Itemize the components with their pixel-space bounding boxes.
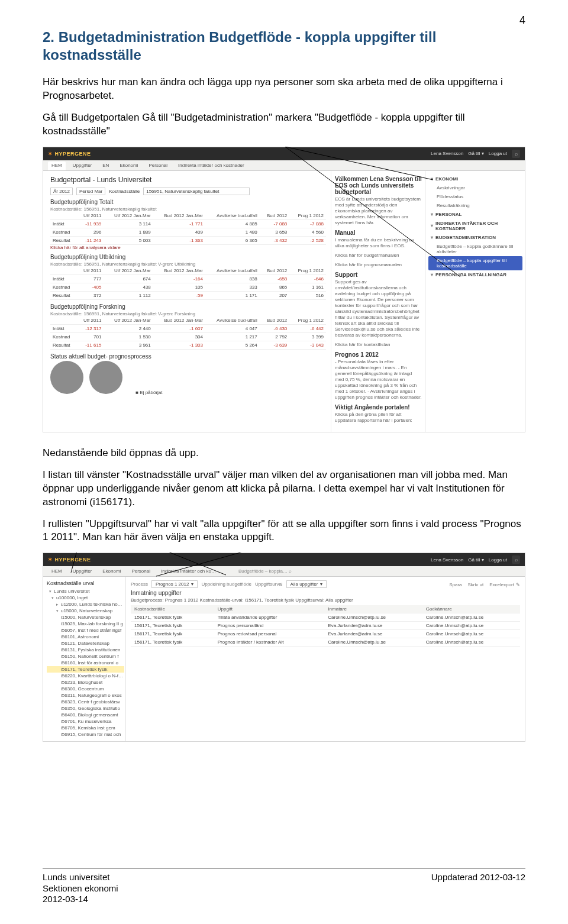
sel-uppdelning-label: Uppdelning budgetflöde	[201, 581, 251, 587]
tab-3[interactable]: Personal	[128, 567, 154, 576]
tree-node[interactable]: i56220, Kvartärbiologi o N-forg	[47, 673, 124, 679]
tree-node[interactable]: ▾ u15000, Naturvetenskap	[47, 608, 124, 614]
manual-link-1[interactable]: Klicka här för budgetmanualen	[335, 253, 422, 259]
nav-item[interactable]: Avskrivningar	[428, 183, 522, 192]
tab-en[interactable]: EN	[99, 161, 112, 170]
expand-icon[interactable]: ▾	[56, 609, 60, 613]
screenshot-1: HYPERGENE Lena Svensson Gå till ▾ Logga …	[43, 147, 525, 432]
tree-node[interactable]: i56915, Centrum för mat och	[47, 731, 124, 738]
support-link[interactable]: Klicka här för kontaktlistan	[335, 342, 422, 348]
chevron-down-icon: ▾	[431, 223, 433, 228]
nav-item[interactable]: ▾INDIREKTA INTÄKTER OCH KOSTNADER	[428, 219, 522, 233]
table-row[interactable]: 156171, Teoretisk fysikPrognos personall…	[131, 622, 520, 630]
tab-2[interactable]: Ekonomi	[99, 567, 124, 576]
para-intro-2: Gå till Budgetportalen Gå till "Budgetad…	[43, 111, 525, 138]
tree-node[interactable]: i56233, Biologhuset	[47, 679, 124, 686]
tree-node[interactable]: i56121, Datavetenskap	[47, 640, 124, 647]
tab-4[interactable]: Indirekta intäkter och ko…	[157, 567, 220, 576]
sel-period[interactable]: Period Mar	[76, 188, 105, 195]
tree-node[interactable]: i56131, Fysiska institutionen	[47, 647, 124, 653]
nav-item[interactable]: Budgetflöde – koppla godkännare till akt…	[428, 242, 522, 256]
tree-node[interactable]: i56400, Biologi gemensamt	[47, 712, 124, 718]
kostnadsstalle-tree[interactable]: Kostnadsställe urval ▾ Lunds universitet…	[43, 577, 126, 741]
link-analyse[interactable]: Klicka här för att analysera vidare	[50, 245, 326, 250]
chevron-down-icon: ▾	[431, 272, 433, 277]
table-row[interactable]: 156171, Teoretisk fysikPrognos redovisad…	[131, 630, 520, 638]
tree-node[interactable]: i56701, Ku museiverksa	[47, 718, 124, 725]
block2-sub: Kostnadsställe: 156951, Naturvetenskapli…	[50, 261, 326, 267]
nav-item[interactable]: Flödesstatus	[428, 192, 522, 201]
sel-kst-label: Kostnadsställe	[109, 189, 140, 194]
nav-item[interactable]: Budgetflöde – koppla uppgifter till kost…	[428, 256, 522, 270]
table-row[interactable]: 156171, Teoretisk fysikTilläta användand…	[131, 613, 520, 622]
tab-1[interactable]: Uppgifter	[69, 567, 95, 576]
expand-icon[interactable]: ▸	[56, 602, 60, 606]
tree-node[interactable]: i56323, Centr f geobiosfärsv	[47, 699, 124, 705]
manual-text: I manualerna får du en beskrivning av vi…	[335, 237, 422, 249]
tree-node[interactable]: i56150, Nationellt centrum f	[47, 653, 124, 660]
nav-item[interactable]: Resultaträkning	[428, 201, 522, 210]
tree-node[interactable]: ▾ u100000, Inget	[47, 595, 124, 601]
block3-title: Budgetuppföljning Forskning	[50, 303, 326, 310]
status-title: Status aktuell budget- prognosprocess	[50, 353, 326, 360]
tree-node[interactable]: i15000, Naturvetenskap	[47, 614, 124, 621]
page-footer: Lunds universitet Sektionen ekonomi 2012…	[43, 868, 525, 905]
tab-uppgifter[interactable]: Uppgifter	[69, 161, 95, 170]
tree-node[interactable]: i56171, Teoretisk fysik	[47, 666, 124, 673]
brand-logo: HYPERGENE	[48, 151, 91, 157]
footer-updated: Uppdaterad 2012-03-12	[431, 872, 525, 905]
status-legend: ■ Ej påbörjat	[135, 390, 162, 395]
sel-process[interactable]: Prognos 1 2012▾	[151, 580, 198, 588]
sel-kst[interactable]: 156951, Naturvetenskaplig fakultet	[143, 188, 250, 195]
important-text: Klicka på den gröna pilen för att uppdat…	[335, 412, 422, 424]
tree-node[interactable]: i56101, Astronomi	[47, 634, 124, 640]
nav-item[interactable]: ▾PERSONAL	[428, 210, 522, 219]
search-icon[interactable]: ⌕	[512, 555, 520, 564]
topbar-goto[interactable]: Gå till ▾	[468, 151, 484, 156]
tree-node[interactable]: i15025, Max-lab forskning II g	[47, 621, 124, 627]
welcome-title: Välkommen Lena Svensson till EOS och Lun…	[335, 176, 422, 195]
tree-node[interactable]: i56300, Geocentrum	[47, 686, 124, 692]
print-button[interactable]: Skriv ut	[468, 582, 484, 587]
nav-item[interactable]: ▾BUDGETADMINISTRATION	[428, 233, 522, 242]
expand-icon[interactable]: ▾	[51, 596, 55, 600]
nav-item[interactable]: ▾PERSONLIGA INSTÄLLNINGAR	[428, 270, 522, 279]
search-icon[interactable]: ⌕	[512, 150, 520, 158]
tree-node[interactable]: i56160, Inst för astronomi o	[47, 660, 124, 666]
tree-node[interactable]: i56705, Kemiska inst gem	[47, 725, 124, 731]
tree-node[interactable]: i56057, Inst f med strålningsf	[47, 627, 124, 634]
table-row[interactable]: 156171, Teoretisk fysikPrognos Intäkter …	[131, 638, 520, 647]
nav-item[interactable]: ▾EKONOMI	[428, 175, 522, 183]
topbar-logout[interactable]: Logga ut	[489, 557, 507, 563]
important-title: Viktigt Angående portalen!	[335, 404, 422, 411]
expand-icon[interactable]: ▾	[49, 589, 53, 593]
welcome-text: EOS är Lunds universitets budgetsystem m…	[335, 196, 422, 226]
tab-hem[interactable]: HEM	[48, 161, 66, 170]
block3-sub: Kostnadsställe: 156951, Naturvetenskapli…	[50, 311, 326, 316]
block2-title: Budgetuppföljning Utbildning	[50, 254, 326, 260]
tab-personal[interactable]: Personal	[146, 161, 172, 170]
topbar-right: Lena Svensson Gå till ▾ Logga ut ⌕	[431, 555, 520, 564]
table-total: Utf 2011Utf 2012 Jan-MarBud 2012 Jan-Mar…	[50, 212, 326, 245]
panel-title: Inmatning uppgifter	[131, 590, 520, 596]
sel-urval-label: Uppgiftsurval	[255, 581, 283, 587]
tab-indirekta intäkter och kostnader[interactable]: Indirekta intäkter och kostnader	[175, 161, 248, 170]
tab-ekonomi[interactable]: Ekonomi	[116, 161, 141, 170]
process-line: Budgetprocess: Prognos 1 2012 Kostnadsst…	[131, 597, 520, 603]
chevron-down-icon: ▾	[320, 581, 322, 587]
sel-urval[interactable]: Alla uppgifter▾	[286, 580, 327, 588]
tree-node[interactable]: i56350, Geologiska institutio	[47, 705, 124, 712]
footer-date: 2012-03-14	[43, 894, 118, 905]
section-heading: 2. Budgetadministration Budgetflöde - ko…	[43, 28, 525, 64]
para-intro-1: Här beskrivs hur man kan ändra och lägga…	[43, 76, 525, 103]
topbar-logout[interactable]: Logga ut	[489, 151, 507, 156]
tree-node[interactable]: i56311, Naturgeografi o ekos	[47, 692, 124, 699]
export-button[interactable]: Excelexport ✎	[489, 582, 520, 587]
manual-link-2[interactable]: Klicka här för prognosmanualen	[335, 262, 422, 268]
tree-node[interactable]: ▾ Lunds universitet	[47, 588, 124, 595]
topbar-goto[interactable]: Gå till ▾	[468, 557, 484, 563]
save-button[interactable]: Spara	[449, 582, 462, 587]
tab-0[interactable]: HEM	[48, 567, 66, 576]
tree-node[interactable]: ▸ u12000, Lunds tekniska högskola	[47, 601, 124, 608]
sel-year[interactable]: År 2012	[50, 188, 73, 195]
